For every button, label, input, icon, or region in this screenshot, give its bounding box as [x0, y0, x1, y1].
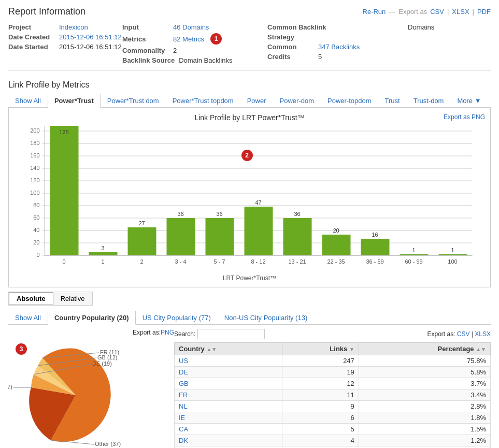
col-links[interactable]: Links ▼: [282, 343, 359, 355]
backlink-source-label: Backlink Source: [122, 56, 175, 64]
pct-cell: 5.8%: [359, 367, 490, 378]
export-pdf-link[interactable]: PDF: [477, 8, 491, 16]
sort-country-icon: ▲▼: [206, 346, 217, 352]
pct-cell: 1.2%: [359, 435, 490, 446]
svg-text:40: 40: [33, 227, 39, 233]
info-col-metrics: Input 46 Domains Metrics 82 Metrics 1 Co…: [122, 23, 267, 64]
svg-text:100: 100: [30, 190, 39, 196]
bar-3-4: [167, 218, 195, 255]
export-csv-link[interactable]: CSV: [430, 8, 444, 16]
tab-power[interactable]: Power: [240, 94, 273, 107]
common-link[interactable]: 347 Backlinks: [318, 43, 360, 51]
link-profile-title: Link Profile by Metrics: [8, 80, 491, 90]
country-link[interactable]: FR: [179, 391, 188, 399]
country-link[interactable]: CA: [179, 425, 188, 433]
popularity-tabs: Show All Country Popularity (20) US City…: [8, 311, 491, 325]
svg-text:0: 0: [36, 252, 39, 258]
pct-cell: 75.8%: [359, 355, 490, 367]
tab-power-dom[interactable]: Power-dom: [273, 94, 321, 107]
report-title: Report Information: [8, 6, 85, 17]
pie-side: Export as: PNG 3: [8, 329, 174, 448]
bar-0: [50, 126, 79, 255]
svg-text:20: 20: [333, 227, 339, 234]
tab-power-trust-topdom[interactable]: Power*Trust topdom: [166, 94, 240, 107]
credits-label: Credits: [267, 53, 314, 61]
svg-text:60: 60: [33, 214, 39, 221]
tab-trust[interactable]: Trust: [378, 94, 407, 107]
tab-show-all[interactable]: Show All: [8, 94, 48, 107]
svg-text:Other (37): Other (37): [95, 441, 121, 447]
metrics-link[interactable]: 82 Metrics: [173, 35, 204, 43]
pie-export-label: Export as:: [133, 329, 161, 336]
country-link[interactable]: GB: [179, 380, 189, 387]
chart-export-png[interactable]: Export as PNG: [444, 113, 485, 121]
bar-13-21: [283, 218, 312, 255]
links-cell: 9: [282, 401, 359, 412]
export-label: Export as: [398, 8, 427, 16]
view-relative-button[interactable]: Relative: [53, 292, 92, 305]
table-export-xlsx[interactable]: XLSX: [475, 330, 491, 338]
pct-cell: 1.8%: [359, 412, 490, 424]
project-label: Project: [8, 23, 55, 31]
table-row: DK 4 1.2%: [175, 435, 491, 446]
svg-text:3: 3: [101, 245, 104, 251]
pct-cell: 2.8%: [359, 401, 490, 412]
commonality-value: 2: [173, 47, 177, 54]
country-link[interactable]: US: [179, 357, 188, 365]
links-cell: 247: [282, 355, 359, 367]
tab-power-topdom[interactable]: Power-topdom: [321, 94, 378, 107]
sort-pct-icon: ▲▼: [476, 346, 486, 352]
data-table: Country ▲▼ Links ▼ Percentage ▲▼ US 247 …: [174, 342, 491, 448]
pop-tab-country[interactable]: Country Popularity (20): [48, 311, 136, 325]
input-link[interactable]: 46 Domains: [173, 23, 209, 31]
svg-text:8 - 12: 8 - 12: [251, 258, 265, 265]
common-label: Common: [267, 43, 314, 51]
sort-links-icon: ▼: [349, 346, 354, 352]
info-col-project: Project Indexicon Date Created 2015-12-0…: [8, 23, 122, 64]
svg-text:100: 100: [448, 258, 457, 265]
svg-text:DE (19): DE (19): [92, 360, 112, 367]
links-cell: 12: [282, 378, 359, 389]
search-input[interactable]: [197, 329, 265, 339]
backlink-source-value: Domain Backlinks: [179, 56, 232, 64]
chart-title: Link Profile by LRT Power*Trust™: [14, 113, 485, 122]
svg-text:80: 80: [33, 202, 39, 208]
project-link[interactable]: Indexicon: [59, 23, 88, 31]
tab-power-trust[interactable]: Power*Trust: [48, 94, 101, 108]
country-link[interactable]: IE: [179, 414, 185, 422]
svg-text:FR (11): FR (11): [100, 349, 119, 355]
svg-text:36 - 59: 36 - 59: [366, 258, 383, 265]
tab-power-trust-dom[interactable]: Power*Trust dom: [101, 94, 166, 107]
svg-text:1: 1: [101, 258, 104, 265]
table-side: Search: Export as: CSV | XLSX Country ▲▼: [174, 329, 491, 448]
svg-text:200: 200: [30, 127, 39, 134]
country-link[interactable]: DK: [179, 437, 188, 444]
svg-text:3 - 4: 3 - 4: [175, 258, 186, 265]
col-pct[interactable]: Percentage ▲▼: [359, 343, 490, 355]
pop-tab-show-all[interactable]: Show All: [8, 311, 48, 324]
tab-trust-dom[interactable]: Trust-dom: [407, 94, 451, 107]
pct-cell: 1.5%: [359, 424, 490, 435]
table-row: CA 5 1.5%: [175, 424, 491, 435]
country-link[interactable]: DE: [179, 368, 188, 376]
view-absolute-button[interactable]: Absolute: [9, 292, 53, 305]
pop-tab-us-city[interactable]: US City Popularity (77): [136, 311, 218, 324]
country-link[interactable]: NL: [179, 402, 188, 410]
view-toggle: Absolute Relative: [8, 292, 93, 306]
col-country[interactable]: Country ▲▼: [175, 343, 282, 355]
svg-text:60 - 99: 60 - 99: [405, 258, 422, 265]
pop-tab-nonus-city[interactable]: Non-US City Popularity (13): [218, 311, 314, 324]
svg-text:160: 160: [30, 152, 39, 158]
table-export-csv[interactable]: CSV: [457, 330, 470, 338]
bar-8-12: [245, 207, 273, 255]
svg-text:0: 0: [62, 258, 65, 265]
export-xlsx-link[interactable]: XLSX: [452, 8, 469, 16]
search-label: Search:: [174, 330, 195, 338]
pie-export-png[interactable]: PNG: [161, 329, 174, 336]
rerun-link[interactable]: Re-Run: [363, 8, 386, 16]
tab-more[interactable]: More ▼: [450, 94, 488, 107]
svg-text:1: 1: [412, 247, 415, 253]
date-created-link[interactable]: 2015-12-06 16:51:12: [59, 33, 122, 41]
link-profile-section: Link Profile by Metrics Show All Power*T…: [8, 80, 491, 306]
common-backlink-label: Common Backlink: [267, 23, 326, 31]
